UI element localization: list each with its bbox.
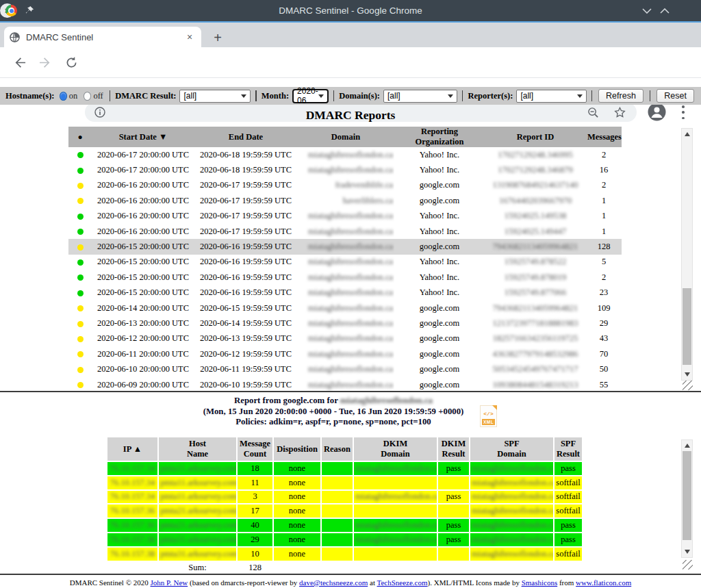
tab-dmarc-sentinel[interactable]: DMARC Sentinel × [4,27,201,47]
spf-domain-cell: miataghibresoflondon.ca [470,462,553,475]
spf-domain-column-header[interactable]: SPF Domain [470,437,553,461]
hostname-on-radio[interactable] [60,92,67,101]
resize-grip-icon[interactable] [683,560,693,570]
reporter-select[interactable]: [all] [516,90,586,103]
reason-cell [322,533,353,546]
report-row[interactable]: 2020-06-12 20:00:00 UTC2020-06-13 19:59:… [68,331,622,346]
detail-row[interactable]: 76.10.157.38pmta31.arksurvey.com29nonemi… [107,533,582,546]
report-row[interactable]: 2020-06-17 20:00:00 UTC2020-06-18 19:59:… [68,147,622,162]
report-detail-domain: miataghibresoflondon.ca [340,396,433,405]
footer-link[interactable]: John P. New [151,578,188,587]
detail-row[interactable]: 76.10.157.34pmta11.arksurvey.com18nonemi… [107,462,582,475]
report-row[interactable]: 2020-06-16 20:00:00 UTC2020-06-17 19:59:… [68,209,622,224]
report-row[interactable]: 2020-06-16 20:00:00 UTC2020-06-17 19:59:… [68,193,622,208]
reporting-org-column-header[interactable]: Reporting Organization [394,127,485,147]
dkim-domain-cell: miataghibresoflondon.ca [354,491,437,504]
report-row[interactable]: 2020-06-15 20:00:00 UTC2020-06-16 19:59:… [68,255,622,270]
report-row[interactable]: 2020-06-10 20:00:00 UTC2020-06-11 19:59:… [68,361,622,376]
domain-cell: miataghibresoflondon.ca [297,239,394,254]
report-row[interactable]: 2020-06-17 20:00:00 UTC2020-06-18 19:59:… [68,162,622,177]
hostname-column-header[interactable]: Host Name [159,437,236,461]
chevron-down-icon [241,94,246,98]
spf-result-column-header[interactable]: SPF Result [555,437,582,461]
end-date-column-header[interactable]: End Date [194,127,297,147]
forward-icon[interactable] [37,54,53,71]
domain-column-header[interactable]: Domain [297,127,394,147]
footer-text: from [557,578,576,587]
footer-link[interactable]: TechSneeze.com [377,578,428,587]
end-date-cell: 2020-06-17 19:59:59 UTC [194,224,297,239]
dmarc-result-select[interactable]: [all] [179,90,251,103]
status-dot-icon [77,229,84,235]
scrollbar-thumb[interactable] [683,451,691,540]
dmarc-result-label: DMARC Result: [115,91,176,101]
report-row[interactable]: 2020-06-11 20:00:00 UTC2020-06-12 19:59:… [68,346,622,361]
disposition-cell: none [274,533,320,546]
new-tab-button[interactable]: + [209,29,226,46]
reports-scroll-area[interactable]: ● Start Date ▼ End Date Domain Reporting… [0,127,701,392]
back-icon[interactable] [11,54,27,71]
hostname-on-label[interactable]: on [69,91,78,101]
footer-link[interactable]: dave@techsneeze.com [299,578,368,587]
spf-result-cell: pass [555,533,582,546]
dkim-domain-column-header[interactable]: DKIM Domain [354,437,437,461]
disposition-column-header[interactable]: Disposition [274,437,320,461]
window-maximize-button[interactable] [657,4,672,18]
start-date-cell: 2020-06-14 20:00:00 UTC [92,301,194,316]
report-id-column-header[interactable]: Report ID [485,127,586,147]
resize-grip-icon[interactable] [683,381,693,390]
footer-link[interactable]: Smashicons [522,578,558,587]
detail-scrollbar[interactable] [681,439,693,558]
report-row[interactable]: 2020-06-14 20:00:00 UTC2020-06-15 19:59:… [68,301,622,316]
detail-row[interactable]: 76.10.157.34pmta11.arksurvey.com11nonemi… [107,476,582,489]
reload-icon[interactable] [63,54,79,71]
refresh-button[interactable]: Refresh [598,89,643,103]
scroll-up-icon[interactable] [685,132,690,136]
domain-select[interactable]: [all] [383,90,457,103]
scrollbar-thumb[interactable] [683,288,691,365]
start-date-column-header[interactable]: Start Date ▼ [92,127,194,147]
report-row[interactable]: 2020-06-16 20:00:00 UTC2020-06-17 19:59:… [68,178,622,193]
detail-row[interactable]: 76.10.157.36pmta21.arksurvey.com17nonemi… [107,504,582,517]
status-cell [68,255,92,270]
report-row[interactable]: 2020-06-15 20:00:00 UTC2020-06-16 19:59:… [68,285,622,301]
reports-scrollbar[interactable] [681,128,693,381]
sum-label-cell: Sum: [159,562,236,575]
report-row[interactable]: 2020-06-09 20:00:00 UTC2020-06-10 19:59:… [68,377,622,392]
ip-column-header[interactable]: IP ▲ [107,437,157,461]
detail-row[interactable]: 76.10.157.34pmta11.arksurvey.com3nonemia… [107,491,582,504]
message-count-column-header[interactable]: Message Count [238,437,272,461]
domain-cell: haverliblers.ca [297,193,394,208]
reporter-label: Reporter(s): [468,91,513,101]
month-select[interactable]: 2020-06 [292,89,329,103]
scroll-down-icon[interactable] [685,550,690,554]
dkim-result-column-header[interactable]: DKIM Result [438,437,469,461]
reason-column-header[interactable]: Reason [322,437,353,461]
hostname-off-label[interactable]: off [93,91,103,101]
report-row[interactable]: 2020-06-13 20:00:00 UTC2020-06-14 19:59:… [68,316,622,331]
status-dot-icon [77,168,84,174]
detail-row[interactable]: 76.10.157.38pmta31.arksurvey.com10nonemi… [107,548,582,561]
messages-column-header[interactable]: Messages [586,127,622,147]
messages-cell: 2 [586,270,622,285]
tab-close-icon[interactable]: × [183,31,196,42]
report-row[interactable]: 2020-06-16 20:00:00 UTC2020-06-17 19:59:… [68,224,622,239]
reporting-org-cell: Yahoo! Inc. [394,162,485,177]
reset-button[interactable]: Reset [657,89,694,103]
xml-file-icon[interactable]: </> XML [480,405,497,427]
window-minimize-button[interactable] [639,4,654,18]
reporting-org-cell: google.com [394,178,485,193]
report-row[interactable]: 2020-06-15 20:00:00 UTC2020-06-16 19:59:… [68,239,622,254]
reason-cell [322,476,353,489]
footer-link[interactable]: www.flaticon.com [576,578,631,587]
report-row[interactable]: 2020-06-15 20:00:00 UTC2020-06-16 19:59:… [68,270,622,285]
detail-row[interactable]: 76.10.157.36pmta21.arksurvey.com40nonemi… [107,519,582,532]
end-date-cell: 2020-06-14 19:59:59 UTC [194,316,297,331]
reporting-org-cell: google.com [394,239,485,254]
reporting-org-cell: Yahoo! Inc. [394,209,485,224]
detail-scroll-area[interactable]: IP ▲ Host Name Message Count Disposition… [0,436,701,575]
domain-cell: miataghibresoflondon.ca [297,224,394,239]
scroll-down-icon[interactable] [685,372,690,376]
scroll-up-icon[interactable] [685,444,690,448]
hostname-off-radio[interactable] [84,92,91,101]
